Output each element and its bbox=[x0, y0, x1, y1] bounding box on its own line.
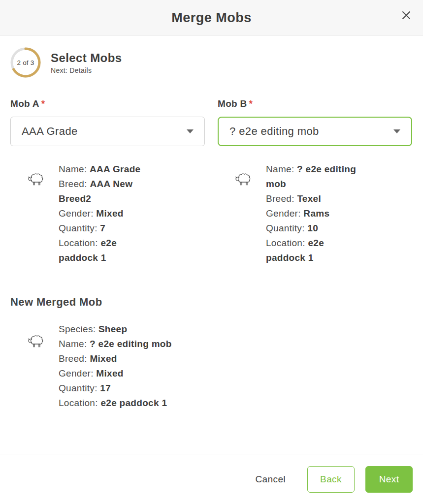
mob-a-detail-text: Name: AAA Grade Breed: AAA New Breed2 Ge… bbox=[59, 162, 152, 265]
modal-title: Merge Mobs bbox=[171, 10, 252, 26]
mob-b-field: Mob B* ? e2e editing mob bbox=[218, 98, 412, 146]
cancel-button[interactable]: Cancel bbox=[252, 469, 289, 490]
step-subtitle: Next: Details bbox=[51, 66, 122, 74]
detail-value: 10 bbox=[307, 223, 318, 233]
merged-mob-details: Species: Sheep Name: ? e2e editing mob B… bbox=[10, 322, 413, 410]
mob-a-label: Mob A* bbox=[10, 98, 205, 109]
sheep-icon bbox=[234, 173, 266, 187]
chevron-down-icon bbox=[393, 129, 400, 133]
progress-ring: 2 of 3 bbox=[10, 47, 41, 78]
step-text: Select Mobs Next: Details bbox=[51, 51, 122, 74]
detail-label: Quantity: bbox=[59, 223, 98, 233]
mob-a-label-text: Mob A bbox=[10, 98, 39, 109]
step-count: 2 of 3 bbox=[10, 47, 41, 78]
detail-label: Gender: bbox=[59, 368, 94, 378]
detail-label: Name: bbox=[266, 164, 294, 174]
detail-label: Location: bbox=[59, 398, 98, 408]
detail-label: Location: bbox=[59, 238, 98, 248]
detail-label: Breed: bbox=[266, 193, 294, 204]
chevron-down-icon bbox=[187, 129, 194, 133]
close-button[interactable] bbox=[397, 7, 415, 25]
detail-value: ? e2e editing mob bbox=[90, 339, 172, 349]
detail-value: 7 bbox=[100, 223, 105, 233]
back-button[interactable]: Back bbox=[307, 466, 355, 493]
modal-body: 2 of 3 Select Mobs Next: Details Mob A* … bbox=[0, 36, 423, 454]
detail-label: Gender: bbox=[59, 208, 94, 219]
detail-value: AAA Grade bbox=[90, 164, 140, 174]
detail-label: Location: bbox=[266, 238, 305, 248]
step-title: Select Mobs bbox=[51, 51, 122, 65]
detail-label: Breed: bbox=[59, 353, 87, 364]
detail-value: Sheep bbox=[98, 324, 128, 334]
detail-label: Breed: bbox=[59, 179, 87, 189]
modal-footer: Cancel Back Next bbox=[0, 454, 423, 504]
mob-b-dropdown[interactable]: ? e2e editing mob bbox=[218, 117, 412, 146]
mob-select-row: Mob A* AAA Grade Mob B* ? e2e editing mo… bbox=[10, 98, 413, 146]
mob-b-label: Mob B* bbox=[218, 98, 412, 109]
mob-b-icon-col bbox=[218, 162, 266, 265]
detail-value: Texel bbox=[297, 193, 321, 204]
merge-mobs-modal: Merge Mobs 2 of 3 Select Mobs Next: Deta… bbox=[0, 0, 423, 504]
mob-b-details: Name: ? e2e editing mob Breed: Texel Gen… bbox=[218, 162, 412, 265]
mob-b-label-text: Mob B bbox=[218, 98, 247, 109]
merged-detail-text: Species: Sheep Name: ? e2e editing mob B… bbox=[59, 322, 270, 410]
detail-value: Mixed bbox=[90, 353, 117, 364]
detail-value: 17 bbox=[100, 383, 111, 393]
mob-a-dropdown[interactable]: AAA Grade bbox=[10, 117, 205, 146]
detail-value: Rams bbox=[303, 208, 329, 219]
merged-mob-heading: New Merged Mob bbox=[10, 296, 413, 309]
mob-a-details: Name: AAA Grade Breed: AAA New Breed2 Ge… bbox=[10, 162, 205, 265]
step-indicator: 2 of 3 Select Mobs Next: Details bbox=[10, 47, 413, 78]
required-asterisk: * bbox=[41, 98, 45, 109]
mob-b-selected-value: ? e2e editing mob bbox=[229, 125, 319, 138]
merged-icon-col bbox=[10, 322, 59, 410]
detail-value: Mixed bbox=[96, 368, 123, 378]
sheep-icon bbox=[27, 173, 59, 187]
detail-value: Mixed bbox=[96, 208, 123, 219]
mob-details-row: Name: AAA Grade Breed: AAA New Breed2 Ge… bbox=[10, 162, 413, 265]
mob-a-icon-col bbox=[10, 162, 59, 265]
detail-label: Quantity: bbox=[266, 223, 305, 233]
mob-a-field: Mob A* AAA Grade bbox=[10, 98, 205, 146]
detail-label: Gender: bbox=[266, 208, 301, 219]
required-asterisk: * bbox=[249, 98, 253, 109]
detail-label: Name: bbox=[59, 339, 87, 349]
detail-label: Name: bbox=[59, 164, 87, 174]
mob-b-detail-text: Name: ? e2e editing mob Breed: Texel Gen… bbox=[266, 162, 359, 265]
sheep-icon bbox=[27, 335, 59, 349]
modal-header: Merge Mobs bbox=[0, 0, 423, 36]
close-icon bbox=[401, 10, 411, 22]
detail-value: e2e paddock 1 bbox=[100, 398, 167, 408]
detail-label: Species: bbox=[59, 324, 96, 334]
next-button[interactable]: Next bbox=[365, 466, 413, 493]
mob-a-selected-value: AAA Grade bbox=[22, 125, 78, 138]
detail-label: Quantity: bbox=[59, 383, 98, 393]
